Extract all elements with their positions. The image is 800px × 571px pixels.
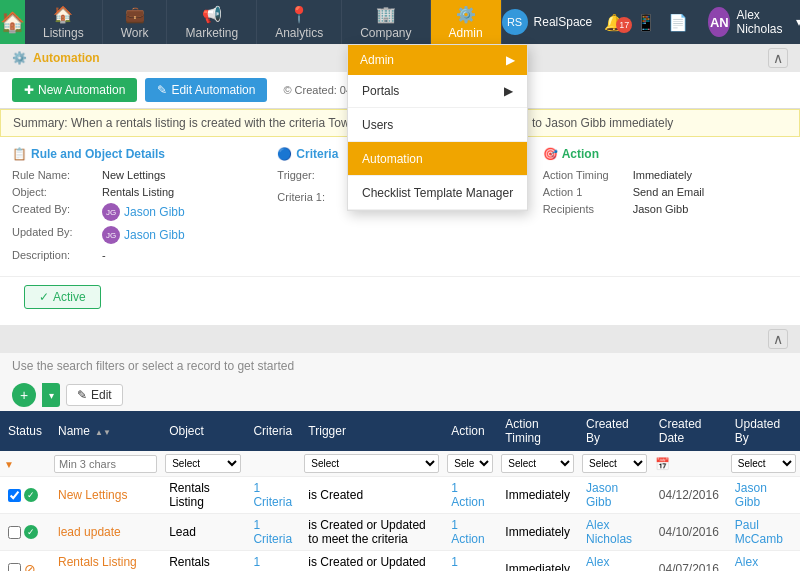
row3-criteria-value[interactable]: 1 Criteria (253, 555, 292, 571)
row2-criteria-value[interactable]: 1 Criteria (253, 518, 292, 546)
row1-status: ✓ (0, 477, 50, 514)
nav-company[interactable]: 🏢 Company (342, 0, 430, 44)
th-timing: Action Timing (497, 411, 578, 451)
updated-by-avatar: JG (102, 226, 120, 244)
row2-action[interactable]: 1 Action (443, 514, 497, 551)
edit-automation-button[interactable]: ✎ Edit Automation (145, 78, 267, 102)
collapse-panel2-btn[interactable]: ∧ (768, 329, 788, 349)
add-dropdown-button[interactable]: ▾ (42, 383, 60, 407)
row1-criteria[interactable]: 1 Criteria (245, 477, 300, 514)
row1-checkbox[interactable] (8, 489, 21, 502)
table-row[interactable]: ✓ lead update Lead 1 Criteria (0, 514, 800, 551)
filter-trigger-select[interactable]: Select (304, 454, 439, 473)
section1-title: Rule and Object Details (31, 147, 165, 161)
row2-action-value[interactable]: 1 Action (451, 518, 484, 546)
automation-table: Status Name ▲▼ Object Criteria (0, 411, 800, 571)
dropdown-arrow-icon: ▶ (506, 53, 515, 67)
dropdown-users[interactable]: Users (348, 108, 527, 142)
nav-marketing[interactable]: 📢 Marketing (167, 0, 257, 44)
row3-created-by[interactable]: Alex Nicholas (578, 551, 651, 572)
updated-by-name[interactable]: Jason Gibb (124, 228, 185, 242)
row1-updated-by-link[interactable]: Jason Gibb (735, 481, 767, 509)
notification-btn[interactable]: 🔔 17 (600, 13, 628, 32)
filter-action-select[interactable]: Select (447, 454, 493, 473)
filter-trigger-cell: Select (300, 451, 443, 477)
created-by-value: JG Jason Gibb (102, 203, 185, 221)
users-label: Users (362, 118, 393, 132)
header-trigger: Trigger (308, 424, 346, 438)
nav-brand[interactable]: RS RealSpace (502, 9, 593, 35)
collapse-section1-btn[interactable]: ∧ (768, 48, 788, 68)
filter-name-input[interactable] (54, 455, 157, 473)
new-automation-button[interactable]: ✚ New Automation (12, 78, 137, 102)
nav-logo[interactable]: 🏠 (0, 0, 25, 44)
search-hint-text: Use the search filters or select a recor… (12, 359, 294, 373)
row1-timing: Immediately (497, 477, 578, 514)
row3-checkbox[interactable] (8, 563, 21, 572)
row3-action-value[interactable]: 1 Action (451, 555, 484, 571)
document-icon[interactable]: 📄 (664, 9, 692, 36)
row2-created-by-link[interactable]: Alex Nicholas (586, 518, 632, 546)
row2-updated-by[interactable]: Paul McCamb (727, 514, 800, 551)
filter-created-by-select[interactable]: Select (582, 454, 647, 473)
row2-status: ✓ (0, 514, 50, 551)
row2-checkbox[interactable] (8, 526, 21, 539)
row2-created-by[interactable]: Alex Nicholas (578, 514, 651, 551)
row2-date: 04/10/2016 (651, 514, 727, 551)
calendar-icon[interactable]: 📅 (655, 457, 670, 471)
action1-row: Action 1 Send an Email (543, 186, 788, 198)
nav-analytics[interactable]: 📍 Analytics (257, 0, 342, 44)
row1-name-link[interactable]: New Lettings (58, 488, 127, 502)
dropdown-title: Admin (360, 53, 394, 67)
row1-action[interactable]: 1 Action (443, 477, 497, 514)
row3-updated-by[interactable]: Alex Nicholas (727, 551, 800, 572)
row1-object-value: Rentals Listing (169, 481, 210, 509)
edit-record-button[interactable]: ✎ Edit (66, 384, 123, 406)
filter-object-select[interactable]: Select (165, 454, 241, 473)
row1-updated-by[interactable]: Jason Gibb (727, 477, 800, 514)
created-by-name[interactable]: Jason Gibb (124, 205, 185, 219)
dropdown-portals[interactable]: Portals ▶ (348, 75, 527, 108)
row1-trigger-value: is Created (308, 488, 363, 502)
filter-timing-select[interactable]: Select (501, 454, 574, 473)
row1-date-value: 04/12/2016 (659, 488, 719, 502)
table-row[interactable]: ✓ New Lettings Rentals Listing 1 Criteri… (0, 477, 800, 514)
criteria-icon: 🔵 (277, 147, 292, 161)
row2-criteria[interactable]: 1 Criteria (245, 514, 300, 551)
row2-name-link[interactable]: lead update (58, 525, 121, 539)
rule-name-value: New Lettings (102, 169, 166, 181)
mobile-icon[interactable]: 📱 (632, 9, 660, 36)
add-record-button[interactable]: + (12, 383, 36, 407)
table-row[interactable]: ⊘ Rentals Listing Status Published Renta… (0, 551, 800, 572)
row1-criteria-value[interactable]: 1 Criteria (253, 481, 292, 509)
user-menu[interactable]: AN Alex Nicholas ▾ (700, 3, 800, 41)
filter-row: ▼ Select Select (0, 451, 800, 477)
nav-work[interactable]: 💼 Work (103, 0, 168, 44)
row1-created-by-link[interactable]: Jason Gibb (586, 481, 618, 509)
row1-name[interactable]: New Lettings (50, 477, 161, 514)
plus-icon: ✚ (24, 83, 34, 97)
row2-trigger: is Created or Updated to meet the criter… (300, 514, 443, 551)
th-name[interactable]: Name ▲▼ (50, 411, 161, 451)
th-updated-by: Updated By (727, 411, 800, 451)
row3-created-by-link[interactable]: Alex Nicholas (586, 555, 632, 571)
edit-automation-label: Edit Automation (171, 83, 255, 97)
row3-updated-by-link[interactable]: Alex Nicholas (735, 555, 781, 571)
row2-name[interactable]: lead update (50, 514, 161, 551)
user-name: Alex Nicholas (736, 8, 790, 36)
row3-name[interactable]: Rentals Listing Status Published (50, 551, 161, 572)
row3-criteria[interactable]: 1 Criteria (245, 551, 300, 572)
dropdown-automation[interactable]: Automation (348, 142, 527, 176)
status-filter-arrow[interactable]: ▼ (4, 459, 14, 470)
row1-action-value[interactable]: 1 Action (451, 481, 484, 509)
nav-admin[interactable]: ⚙️ Admin (431, 0, 502, 44)
row3-action[interactable]: 1 Action (443, 551, 497, 572)
dropdown-checklist[interactable]: Checklist Template Manager (348, 176, 527, 210)
row3-name-link[interactable]: Rentals Listing Status Published (58, 555, 148, 571)
nav-listings[interactable]: 🏠 Listings (25, 0, 103, 44)
row1-created-by[interactable]: Jason Gibb (578, 477, 651, 514)
checklist-label: Checklist Template Manager (362, 186, 513, 200)
row2-updated-by-link[interactable]: Paul McCamb (735, 518, 783, 546)
updated-by-value: JG Jason Gibb (102, 226, 185, 244)
filter-updated-by-select[interactable]: Select (731, 454, 796, 473)
